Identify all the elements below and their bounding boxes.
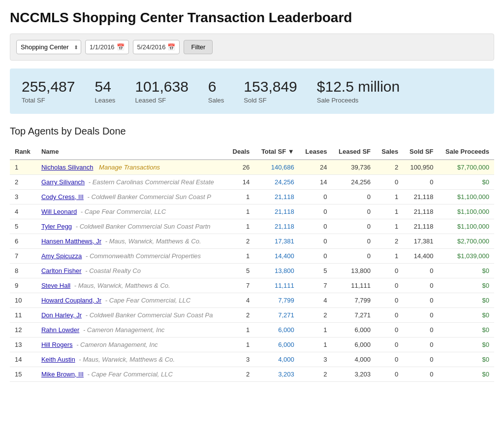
agent-name-link[interactable]: Carlton Fisher	[41, 267, 82, 274]
table-row: 13Hill Rogers - Cameron Management, Inc1…	[10, 338, 494, 352]
deals-cell: 14	[226, 175, 254, 190]
agent-name-link[interactable]: Hill Rogers	[41, 341, 73, 348]
sales-cell: 2	[376, 160, 403, 175]
sales-cell: 0	[376, 278, 403, 293]
stat-value-2: 101,638	[135, 78, 188, 95]
name-cell: Rahn Lowder - Cameron Management, Inc	[36, 323, 226, 338]
name-cell: Will Leonard - Cape Fear Commercial, LLC	[36, 204, 226, 219]
date-from-field[interactable]: 1/1/2016 📅	[85, 40, 129, 54]
sale-proceeds-cell: $2,700,000	[439, 234, 495, 249]
col-header-5[interactable]: Leased SF	[332, 144, 376, 160]
sales-cell: 1	[376, 190, 403, 204]
agent-name-link[interactable]: Hansen Matthews, Jr	[41, 237, 101, 245]
rank-cell: 15	[10, 367, 36, 382]
agent-name-link[interactable]: Keith Austin	[41, 356, 75, 363]
total-sf-cell: 4,000	[254, 352, 299, 367]
sale-proceeds-cell: $0	[439, 323, 495, 338]
deals-cell: 2	[226, 308, 254, 323]
leases-cell: 1	[299, 323, 332, 338]
sold-sf-cell: 21,118	[403, 219, 438, 234]
stat-label-3: Sales	[208, 97, 224, 104]
stat-item-5: $12.5 millionSale Proceeds	[317, 78, 400, 104]
col-header-6[interactable]: Sales	[376, 144, 403, 160]
sale-proceeds-cell: $0	[439, 367, 495, 382]
leases-cell: 0	[299, 249, 332, 264]
stat-value-0: 255,487	[22, 78, 75, 95]
sold-sf-cell: 0	[403, 278, 438, 293]
col-header-2[interactable]: Deals	[226, 144, 254, 160]
agent-name-link[interactable]: Nicholas Silivanch	[41, 164, 94, 171]
table-row: 14Keith Austin - Maus, Warwick, Matthews…	[10, 352, 494, 367]
name-cell: Hill Rogers - Cameron Management, Inc	[36, 338, 226, 352]
filter-button[interactable]: Filter	[184, 40, 213, 54]
sale-proceeds-cell: $0	[439, 338, 495, 352]
date-to-field[interactable]: 5/24/2016 📅	[133, 40, 180, 54]
category-select[interactable]: Shopping Center	[16, 40, 81, 54]
stat-label-1: Leases	[94, 97, 115, 104]
table-row: 12Rahn Lowder - Cameron Management, Inc1…	[10, 323, 494, 338]
sales-cell: 0	[376, 352, 403, 367]
col-header-4[interactable]: Leases	[299, 144, 332, 160]
stat-value-3: 6	[208, 78, 224, 95]
deals-cell: 1	[226, 249, 254, 264]
col-header-8[interactable]: Sale Proceeds	[439, 144, 495, 160]
leased-sf-cell: 6,000	[332, 323, 376, 338]
agent-name-link[interactable]: Rahn Lowder	[41, 326, 79, 334]
agent-name-link[interactable]: Howard Coupland, Jr	[41, 297, 101, 304]
agent-name-link[interactable]: Mike Brown, III	[41, 371, 84, 378]
rank-cell: 5	[10, 219, 36, 234]
sales-cell: 1	[376, 204, 403, 219]
deals-cell: 5	[226, 264, 254, 278]
name-cell: Keith Austin - Maus, Warwick, Matthews &…	[36, 352, 226, 367]
table-row: 9Steve Hall - Maus, Warwick, Matthews & …	[10, 278, 494, 293]
col-header-1[interactable]: Name	[36, 144, 226, 160]
table-row: 8Carlton Fisher - Coastal Realty Co513,8…	[10, 264, 494, 278]
col-header-0[interactable]: Rank	[10, 144, 36, 160]
col-header-3[interactable]: Total SF ▼	[254, 144, 299, 160]
name-cell: Hansen Matthews, Jr - Maus, Warwick, Mat…	[36, 234, 226, 249]
agent-company: - Coldwell Banker Commercial Sun Coast P…	[76, 223, 211, 230]
leased-sf-cell: 7,799	[332, 293, 376, 308]
agent-name-link[interactable]: Steve Hall	[41, 282, 70, 289]
col-header-7[interactable]: Sold SF	[403, 144, 438, 160]
leased-sf-cell: 11,111	[332, 278, 376, 293]
table-row: 3Cody Cress, III - Coldwell Banker Comme…	[10, 190, 494, 204]
leased-sf-cell: 39,736	[332, 160, 376, 175]
agent-name-link[interactable]: Will Leonard	[41, 208, 77, 215]
sales-cell: 0	[376, 338, 403, 352]
sold-sf-cell: 17,381	[403, 234, 438, 249]
leased-sf-cell: 0	[332, 234, 376, 249]
agent-name-link[interactable]: Garry Silivanch	[41, 178, 85, 186]
agent-name-link[interactable]: Don Harley, Jr	[41, 311, 82, 319]
total-sf-cell: 7,271	[254, 308, 299, 323]
name-cell: Mike Brown, III - Cape Fear Commercial, …	[36, 367, 226, 382]
manage-transactions-link[interactable]: Manage Transactions	[99, 164, 160, 171]
table-row: 5Tyler Pegg - Coldwell Banker Commercial…	[10, 219, 494, 234]
sold-sf-cell: 14,400	[403, 249, 438, 264]
sale-proceeds-cell: $0	[439, 264, 495, 278]
total-sf-cell: 6,000	[254, 323, 299, 338]
leases-cell: 0	[299, 219, 332, 234]
agent-company: - Maus, Warwick, Matthews & Co.	[74, 282, 170, 289]
total-sf-cell: 7,799	[254, 293, 299, 308]
agent-company: - Cameron Management, Inc	[83, 326, 164, 334]
category-select-wrapper: Shopping Center	[16, 40, 81, 54]
calendar-from-icon: 📅	[117, 43, 125, 51]
leased-sf-cell: 0	[332, 249, 376, 264]
rank-cell: 11	[10, 308, 36, 323]
total-sf-cell: 140,686	[254, 160, 299, 175]
name-cell: Amy Spicuzza - Commonwealth Commercial P…	[36, 249, 226, 264]
leased-sf-cell: 4,000	[332, 352, 376, 367]
sales-cell: 0	[376, 264, 403, 278]
rank-cell: 14	[10, 352, 36, 367]
sold-sf-cell: 0	[403, 352, 438, 367]
sales-cell: 2	[376, 234, 403, 249]
filter-bar: Shopping Center 1/1/2016 📅 5/24/2016 📅 F…	[10, 34, 494, 61]
agent-name-link[interactable]: Tyler Pegg	[41, 223, 72, 230]
deals-cell: 1	[226, 204, 254, 219]
agent-name-link[interactable]: Cody Cress, III	[41, 193, 84, 201]
sale-proceeds-cell: $1,039,000	[439, 249, 495, 264]
leases-cell: 24	[299, 160, 332, 175]
stat-value-4: 153,849	[244, 78, 297, 95]
agent-name-link[interactable]: Amy Spicuzza	[41, 252, 82, 260]
